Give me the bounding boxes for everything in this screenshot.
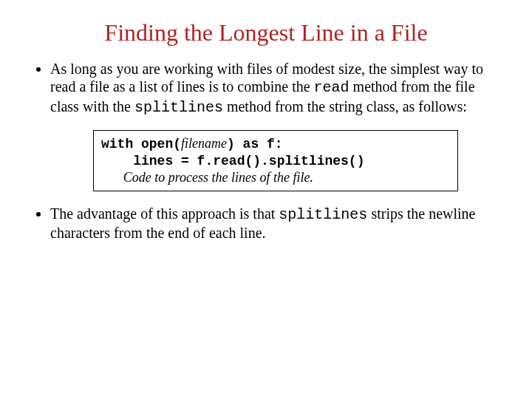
inline-code-read: read bbox=[314, 79, 349, 96]
slide: Finding the Longest Line in a File As lo… bbox=[0, 0, 532, 399]
bullet-list-2: The advantage of this approach is that s… bbox=[30, 205, 502, 242]
bullet-1-text-c: method from the string class, as follows… bbox=[223, 98, 467, 115]
bullet-1: As long as you are working with files of… bbox=[50, 60, 502, 117]
bullet-2: The advantage of this approach is that s… bbox=[50, 205, 502, 242]
code-l1-a: with open( bbox=[101, 137, 181, 151]
inline-code-splitlines-2: splitlines bbox=[279, 206, 367, 223]
code-line-1: with open(filename) as f: bbox=[101, 135, 450, 153]
bullet-2-text-a: The advantage of this approach is that bbox=[50, 205, 279, 222]
slide-title: Finding the Longest Line in a File bbox=[30, 19, 502, 47]
code-l1-b: ) as f: bbox=[227, 137, 283, 151]
code-l1-arg: filename bbox=[181, 136, 227, 151]
code-desc: Code to process the lines of the file. bbox=[101, 169, 450, 186]
code-line-2: lines = f.read().splitlines() bbox=[101, 153, 450, 170]
code-box: with open(filename) as f: lines = f.read… bbox=[93, 130, 458, 191]
inline-code-splitlines: splitlines bbox=[134, 99, 223, 116]
bullet-list: As long as you are working with files of… bbox=[30, 60, 502, 117]
